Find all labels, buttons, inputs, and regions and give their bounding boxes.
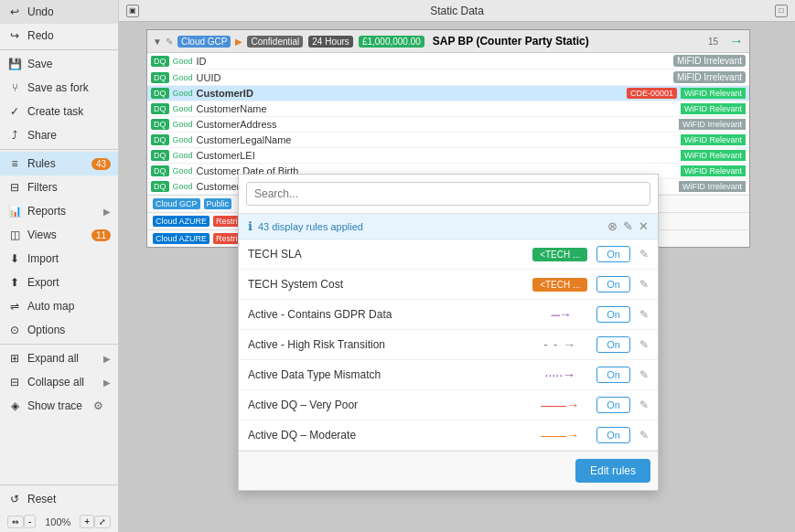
field-name: CustomerLegalName <box>197 134 677 145</box>
rule-edit-icon[interactable]: ✎ <box>639 399 649 411</box>
list-item: TECH System Cost <TECH ... On ✎ <box>239 270 658 300</box>
trace-icon: ◈ <box>7 399 22 413</box>
sidebar-item-save[interactable]: 💾 Save <box>0 52 118 76</box>
table-row: DQ Good CustomerName WiFID Relevant <box>147 101 749 117</box>
cde-tag: CDE-00001 <box>627 88 677 99</box>
sidebar-divider-2 <box>0 149 118 150</box>
sidebar-item-redo[interactable]: Redo <box>0 24 118 48</box>
titlebar-expand-icon[interactable]: □ <box>775 5 788 17</box>
action-icons: ⊗ ✎ ✕ <box>607 219 649 233</box>
titlebar-left-icons: ▣ <box>126 5 139 17</box>
wifi-tag: WiFID Relevant <box>681 134 746 145</box>
list-item: Active - Contains GDPR Data ·····→ On ✎ <box>239 300 658 330</box>
options-icon: ⊙ <box>7 323 22 337</box>
zoom-expand-button[interactable]: ⤢ <box>94 516 111 528</box>
rule-arrow: ·····→ <box>532 307 587 322</box>
sidebar-label-reset: Reset <box>27 493 56 505</box>
cloud-tag: Cloud GCP <box>153 198 200 209</box>
rule-arrow: ·····→ <box>532 367 587 382</box>
zoom-in-button[interactable]: + <box>80 515 94 528</box>
sidebar-item-save-as-fork[interactable]: ⑂ Save as fork <box>0 76 118 100</box>
titlebar: ▣ Static Data □ <box>119 0 795 22</box>
wifi-tag: WiFID Irrelevant <box>679 181 746 192</box>
toggle-on-button[interactable]: On <box>596 397 630 413</box>
titlebar-collapse-icon[interactable]: ▣ <box>126 5 139 17</box>
table-row: DQ Good UUID MiFID Irrelevant <box>147 69 749 86</box>
rule-name: Active - Contains GDPR Data <box>248 308 523 321</box>
quality-label: Good <box>173 182 193 191</box>
window-title: Static Data <box>430 5 484 17</box>
sidebar-item-filters[interactable]: ⊟ Filters <box>0 176 118 199</box>
panel-title: SAP BP (Counter Party Static) <box>433 35 701 48</box>
edit-filter-icon[interactable]: ✎ <box>623 219 633 233</box>
panel-count: 15 <box>708 37 718 47</box>
toggle-on-button[interactable]: On <box>596 276 630 293</box>
toggle-on-button[interactable]: On <box>596 367 630 383</box>
collapse-icon: ⊟ <box>7 375 22 389</box>
task-icon: ✓ <box>7 104 22 119</box>
close-filter-icon[interactable]: ✕ <box>639 219 649 233</box>
gear-icon[interactable]: ⚙ <box>91 399 105 413</box>
field-name: CustomerAddress <box>197 119 675 130</box>
rules-badge: 43 <box>91 158 111 170</box>
tag-cloud-gcp: Cloud GCP <box>177 36 231 48</box>
collapse-arrow: ▶ <box>103 378 111 388</box>
table-row-selected[interactable]: DQ Good CustomerID CDE-00001 WiFID Relev… <box>147 86 749 101</box>
sidebar-item-expand-all[interactable]: ⊞ Expand all ▶ <box>0 346 118 370</box>
sidebar-label-show-trace: Show trace <box>27 399 82 412</box>
toggle-on-button[interactable]: On <box>596 336 630 353</box>
cancel-filter-icon[interactable]: ⊗ <box>607 219 618 233</box>
table-row: DQ Good ID MiFID Irrelevant <box>147 53 749 69</box>
sidebar: Undo Redo 💾 Save ⑂ Save as fork ✓ Create… <box>0 0 119 532</box>
sidebar-item-reports[interactable]: 📊 Reports ▶ <box>0 199 118 223</box>
sidebar-item-rules[interactable]: ≡ Rules 43 <box>0 152 118 176</box>
zoom-out-button[interactable]: - <box>24 515 36 528</box>
sidebar-item-options[interactable]: ⊙ Options <box>0 318 118 342</box>
toggle-on-button[interactable]: On <box>596 427 630 443</box>
sidebar-item-create-task[interactable]: ✓ Create task <box>0 100 118 123</box>
sidebar-label-share: Share <box>27 129 57 142</box>
table-row: DQ Good CustomerLegalName WiFID Relevant <box>147 133 749 148</box>
rule-edit-icon[interactable]: ✎ <box>639 278 649 291</box>
dq-badge: DQ <box>151 134 169 145</box>
sidebar-item-reset[interactable]: ↺ Reset <box>0 487 118 511</box>
mifid-tag: MiFID Irrelevant <box>673 55 746 67</box>
rule-edit-icon[interactable]: ✎ <box>639 248 649 261</box>
sidebar-item-export[interactable]: ⬆ Export <box>0 271 118 294</box>
zoom-fit-button[interactable]: ⇔ <box>7 516 24 528</box>
rule-edit-icon[interactable]: ✎ <box>639 308 649 321</box>
filters-icon: ⊟ <box>7 180 22 195</box>
canvas: ▼ ✎ Cloud GCP ▶ Confidential 24 Hours £1… <box>119 22 795 532</box>
rule-edit-icon[interactable]: ✎ <box>639 338 649 351</box>
field-name: CustomerID <box>197 88 623 99</box>
expand-icon: ⊞ <box>7 351 22 366</box>
expand-toggle[interactable]: ▼ <box>153 37 162 47</box>
table-row: DQ Good CustomerLEI WiFID Relevant <box>147 148 749 164</box>
rule-edit-icon[interactable]: ✎ <box>639 368 649 381</box>
sidebar-item-show-trace[interactable]: ◈ Show trace ⚙ <box>0 394 118 418</box>
toggle-on-button[interactable]: On <box>596 306 630 323</box>
sidebar-item-share[interactable]: ⤴ Share <box>0 123 118 147</box>
edit-rules-button[interactable]: Edit rules <box>575 459 650 483</box>
rule-name: Active DQ – Very Poor <box>248 399 523 411</box>
edit-icon-header[interactable]: ✎ <box>166 37 173 47</box>
sidebar-item-collapse-all[interactable]: ⊟ Collapse all ▶ <box>0 370 118 394</box>
sidebar-item-undo[interactable]: Undo <box>0 0 118 24</box>
sidebar-label-save: Save <box>27 58 52 70</box>
sidebar-item-auto-map[interactable]: ⇌ Auto map <box>0 294 118 318</box>
rules-dropdown: ℹ 43 display rules applied ⊗ ✎ ✕ TECH SL… <box>238 174 659 491</box>
sidebar-item-views[interactable]: ◫ Views 11 <box>0 223 118 247</box>
sidebar-label-import: Import <box>27 252 59 265</box>
import-icon: ⬇ <box>7 251 22 266</box>
cloud-tag: Cloud AZURE <box>153 233 209 244</box>
sidebar-item-import[interactable]: ⬇ Import <box>0 247 118 271</box>
search-input[interactable] <box>246 182 650 206</box>
rule-edit-icon[interactable]: ✎ <box>639 429 649 442</box>
sidebar-divider-4 <box>0 484 118 485</box>
toggle-on-button[interactable]: On <box>596 246 630 262</box>
sidebar-label-export: Export <box>27 276 59 289</box>
list-item: Active Data Type Mismatch ·····→ On ✎ <box>239 360 658 390</box>
quality-label: Good <box>173 135 193 144</box>
tag-arrow: ▶ <box>235 37 242 47</box>
arrow-connector: → <box>729 33 744 49</box>
